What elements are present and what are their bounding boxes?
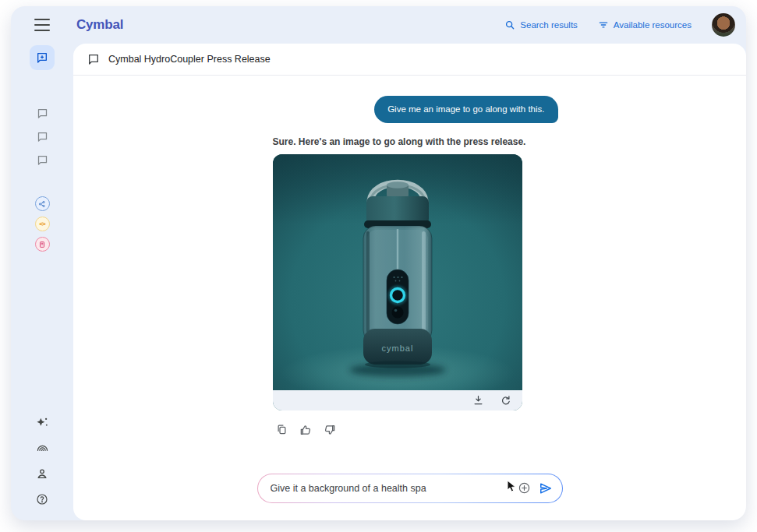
chat-bubble-icon <box>37 154 48 166</box>
sidebar-item-current-chat[interactable] <box>30 45 55 70</box>
app-window: <> <box>11 6 746 520</box>
thumbs-down-icon[interactable] <box>324 424 336 436</box>
code-glyph: <> <box>39 220 44 227</box>
thumbs-up-icon[interactable] <box>299 424 312 436</box>
generated-image-card: cymbal <box>273 154 522 410</box>
download-icon[interactable] <box>472 394 484 406</box>
search-icon <box>504 19 515 30</box>
sidebar-item-chat-1[interactable] <box>34 104 51 122</box>
chat-bubble-icon <box>37 107 48 119</box>
person-icon[interactable] <box>34 465 51 482</box>
menu-icon[interactable] <box>34 19 50 31</box>
app-logo[interactable]: Cymbal <box>76 17 123 33</box>
search-results-label: Search results <box>520 20 578 30</box>
chat-title: Cymbal HydroCoupler Press Release <box>108 54 271 65</box>
code-app-icon[interactable]: <> <box>35 217 50 231</box>
chat-badge-icon <box>36 51 48 64</box>
sidebar-item-chat-2[interactable] <box>34 128 51 145</box>
chat-panel: Cymbal HydroCoupler Press Release Give m… <box>73 44 746 520</box>
copy-icon[interactable] <box>276 424 288 435</box>
docs-app-icon[interactable] <box>35 237 50 252</box>
chat-title-icon <box>87 53 100 65</box>
sidebar-bottom-group <box>34 414 51 508</box>
add-attachment-icon[interactable] <box>518 481 531 495</box>
top-bar: Cymbal Search results Available resource… <box>73 6 746 44</box>
sparkle-icon[interactable] <box>34 414 51 431</box>
redo-icon[interactable] <box>500 394 511 406</box>
user-avatar[interactable] <box>712 13 735 37</box>
search-results-button[interactable]: Search results <box>504 19 578 30</box>
sidebar-app-shortcuts: <> <box>35 196 50 252</box>
sidebar-item-chat-3[interactable] <box>34 151 51 168</box>
assistant-message-text: Sure. Here's an image to go along with t… <box>257 136 563 147</box>
bottle-brand-text: cymbal <box>381 344 413 353</box>
available-resources-label: Available resources <box>614 20 692 30</box>
chat-header: Cymbal HydroCoupler Press Release <box>73 44 746 76</box>
filter-icon <box>598 19 609 30</box>
rainbow-arc-icon[interactable] <box>34 439 51 456</box>
sidebar-chat-list <box>34 104 51 168</box>
chat-thread: Give me an image to go along with this. … <box>257 96 563 503</box>
user-message-bubble: Give me an image to go along with this. <box>374 96 557 123</box>
available-resources-button[interactable]: Available resources <box>598 19 692 30</box>
help-icon[interactable] <box>34 491 51 508</box>
chat-bubble-icon <box>37 131 48 143</box>
sidebar-rail: <> <box>11 6 73 520</box>
message-actions <box>257 424 563 436</box>
share-app-icon[interactable] <box>35 196 50 211</box>
send-icon[interactable] <box>538 481 554 496</box>
composer-input[interactable] <box>258 483 518 494</box>
image-action-bar <box>273 390 522 410</box>
composer[interactable] <box>257 474 563 503</box>
generated-image[interactable]: cymbal <box>273 154 522 390</box>
